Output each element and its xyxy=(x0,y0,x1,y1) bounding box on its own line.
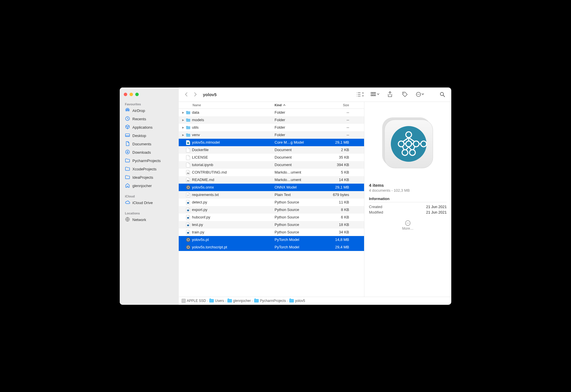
file-icon xyxy=(186,125,191,130)
file-size: 29,4 MB xyxy=(317,245,353,249)
view-list-button[interactable] xyxy=(355,90,365,98)
file-name: test.py xyxy=(192,222,203,227)
airdrop-icon xyxy=(125,108,130,114)
file-icon xyxy=(186,110,191,115)
file-row[interactable]: ▶LICENSEDocument35 KB xyxy=(179,154,364,161)
file-row[interactable]: ▶modelsFolder-- xyxy=(179,116,364,124)
svg-rect-17 xyxy=(374,95,376,96)
share-button[interactable] xyxy=(385,90,395,98)
file-row[interactable]: ▶CONTRIBUTING.mdMarkdo…ument5 KB xyxy=(179,169,364,176)
file-row[interactable]: ▶yolov5s.ptPyTorch Model14,8 MB xyxy=(179,236,364,243)
file-row[interactable]: ▶detect.pyPython Source11 KB xyxy=(179,199,364,206)
maximize-button[interactable] xyxy=(135,93,139,96)
file-row[interactable]: ▶tutorial.ipynbDocument394 KB xyxy=(179,161,364,169)
path-label: APPLE SSD xyxy=(187,299,206,303)
sidebar-item-desktop[interactable]: Desktop xyxy=(120,132,179,140)
file-row[interactable]: ▶README.mdMarkdo…ument14 KB xyxy=(179,176,364,184)
tags-button[interactable] xyxy=(400,90,410,98)
cloud-icon xyxy=(125,200,130,206)
preview-summary: 4 documents - 102,3 MB xyxy=(369,188,447,193)
sidebar-item-airdrop[interactable]: AirDrop xyxy=(120,106,179,115)
file-row[interactable]: ▶hubconf.pyPython Source6 KB xyxy=(179,214,364,221)
file-row[interactable]: ▶yolov5s.mlmodelCore M…g Model29,1 MB xyxy=(179,139,364,146)
sidebar-item-glennjocher[interactable]: glennjocher xyxy=(120,182,179,190)
file-kind: Document xyxy=(275,163,317,167)
file-row[interactable]: ▶train.pyPython Source34 KB xyxy=(179,229,364,236)
minimize-button[interactable] xyxy=(130,93,133,96)
path-label: Users xyxy=(215,299,224,303)
file-size: 34 KB xyxy=(317,230,353,234)
svg-rect-13 xyxy=(373,92,374,94)
chevron-right-icon: › xyxy=(252,299,253,302)
file-row[interactable]: ▶utilsFolder-- xyxy=(179,124,364,131)
file-name: data xyxy=(192,110,199,115)
disclosure-icon[interactable]: ▶ xyxy=(182,134,184,136)
col-kind[interactable]: Kind xyxy=(275,103,317,107)
documents-icon xyxy=(125,141,130,147)
disclosure-icon[interactable]: ▶ xyxy=(182,111,184,114)
file-row[interactable]: ▶DockerfileDocument2 KB xyxy=(179,146,364,154)
folder-icon xyxy=(209,299,214,302)
actions-button[interactable] xyxy=(415,90,425,98)
sidebar-item-label: XcodeProjects xyxy=(132,167,157,171)
file-row[interactable]: ▶yolov5s.torchscript.ptPyTorch Model29,4… xyxy=(179,243,364,251)
sidebar-item-ideaprojects[interactable]: IdeaProjects xyxy=(120,173,179,182)
sidebar-item-label: Downloads xyxy=(132,150,151,155)
search-button[interactable] xyxy=(437,90,447,98)
file-icon xyxy=(186,200,191,205)
sidebar-item-label: Recents xyxy=(132,117,146,121)
path-segment[interactable]: glennjocher xyxy=(227,299,251,303)
more-button[interactable]: More… xyxy=(369,220,447,231)
file-row[interactable]: ▶dataFolder-- xyxy=(179,109,364,116)
file-size: 18 KB xyxy=(317,222,353,227)
file-icon xyxy=(186,170,191,175)
svg-point-48 xyxy=(402,150,408,155)
path-segment[interactable]: APPLE SSD xyxy=(182,299,206,303)
file-size: 14,8 MB xyxy=(317,237,353,242)
svg-point-0 xyxy=(127,109,128,111)
toolbar: yolov5 xyxy=(179,87,451,102)
sidebar-item-downloads[interactable]: Downloads xyxy=(120,148,179,157)
ellipsis-icon xyxy=(405,220,411,226)
file-row[interactable]: ▶venvFolder-- xyxy=(179,131,364,139)
sidebar-item-icloud-drive[interactable]: iCloud Drive xyxy=(120,199,179,207)
col-name[interactable]: Name xyxy=(179,103,275,107)
svg-line-24 xyxy=(443,95,445,97)
sidebar: FavouritesAirDropRecentsApplicationsDesk… xyxy=(120,87,179,305)
nav-back-button[interactable] xyxy=(183,91,190,98)
file-size: -- xyxy=(317,110,353,115)
group-by-button[interactable] xyxy=(370,90,380,98)
col-size[interactable]: Size xyxy=(317,103,353,107)
svg-point-49 xyxy=(410,150,415,155)
svg-point-23 xyxy=(440,92,444,96)
path-segment[interactable]: PycharmProjects xyxy=(254,299,286,303)
sidebar-section-header: Locations xyxy=(120,210,179,216)
svg-point-47 xyxy=(421,141,427,147)
file-size: 11 KB xyxy=(317,200,353,204)
path-segment[interactable]: Users xyxy=(209,299,224,303)
sidebar-item-applications[interactable]: Applications xyxy=(120,123,179,132)
path-segment[interactable]: yolov5 xyxy=(289,299,305,303)
apps-icon xyxy=(125,124,130,130)
sidebar-item-network[interactable]: Network xyxy=(120,216,179,224)
close-button[interactable] xyxy=(124,93,127,96)
rows: ▶dataFolder--▶modelsFolder--▶utilsFolder… xyxy=(179,109,364,297)
svg-point-63 xyxy=(409,223,409,223)
file-row[interactable]: ▶test.pyPython Source18 KB xyxy=(179,221,364,229)
sidebar-item-recents[interactable]: Recents xyxy=(120,115,179,123)
sidebar-item-xcodeprojects[interactable]: XcodeProjects xyxy=(120,165,179,173)
file-icon xyxy=(186,207,191,212)
folder-icon xyxy=(227,299,232,302)
file-name: yolov5s.pt xyxy=(192,237,209,242)
file-row[interactable]: ▶requirements.txtPlain Text679 bytes xyxy=(179,191,364,199)
sidebar-item-pycharmprojects[interactable]: PycharmProjects xyxy=(120,157,179,165)
file-name: yolov5s.mlmodel xyxy=(192,140,220,144)
file-row[interactable]: ▶yolov5s.onnxONNX Model29,1 MB xyxy=(179,184,364,191)
sidebar-item-documents[interactable]: Documents xyxy=(120,140,179,148)
file-kind: Python Source xyxy=(275,200,317,204)
nav-forward-button[interactable] xyxy=(192,91,199,98)
disclosure-icon[interactable]: ▶ xyxy=(182,126,184,129)
sidebar-item-label: Desktop xyxy=(132,134,146,138)
file-row[interactable]: ▶export.pyPython Source8 KB xyxy=(179,206,364,214)
disclosure-icon[interactable]: ▶ xyxy=(182,119,184,121)
